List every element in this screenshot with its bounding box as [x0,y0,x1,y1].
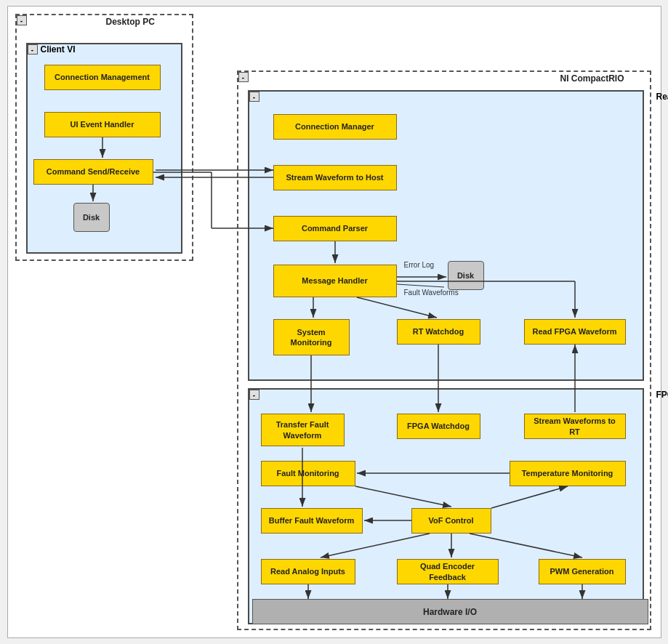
diagram-container: Desktop PC NI CompactRIO - Client VI - R… [7,6,661,638]
client-vi-titlebar: - Client VI [28,44,76,55]
read-fpga-waveform-block: Read FPGA Waveform [524,319,626,345]
stream-waveform-to-host-block: Stream Waveform to Host [273,165,397,190]
stream-waveforms-to-rt-block: Stream Waveforms to RT [524,414,626,439]
disk2-icon: Disk [448,261,484,290]
fault-waveforms-label: Fault Waveforms [404,289,459,297]
read-analog-inputs-block: Read Analog Inputs [261,559,355,584]
command-parser-block: Command Parser [273,216,397,241]
realtime-vi-label: Real-Time VI [656,92,669,102]
error-log-label: Error Log [404,261,435,269]
pwm-generation-block: PWM Generation [539,559,626,584]
realtime-vi-titlebar: - Real-Time VI [249,92,259,102]
rt-watchdog-block: RT Watchdog [397,319,480,345]
system-monitoring-block: System Monitoring [273,319,350,355]
connection-management-block: Connection Management [44,65,161,90]
temperature-monitoring-block: Temperature Monitoring [510,461,626,486]
disk1-icon: Disk [73,203,110,232]
transfer-fault-waveform-block: Transfer Fault Waveform [261,414,345,446]
buffer-fault-waveform-block: Buffer Fault Waveform [261,508,363,534]
quad-encoder-feedback-block: Quad Encoder Feedback [397,559,499,584]
client-vi-label: Client VI [41,44,76,55]
fpga-vi-titlebar: - FPGA VI [249,390,259,400]
ni-compactrio-label: NI CompactRIO [560,73,624,84]
hardware-io-block: Hardware I/O [252,599,648,624]
fpga-watchdog-block: FPGA Watchdog [397,414,480,439]
ni-minimize[interactable]: - [238,72,249,82]
disk2-container: Disk [448,261,484,290]
fault-monitoring-block: Fault Monitoring [261,461,355,486]
fpga-vi-minimize[interactable]: - [249,390,259,400]
connection-manager-block: Connection Manager [273,114,397,140]
fpga-vi-label: FPGA VI [656,390,669,400]
realtime-vi-minimize[interactable]: - [249,92,259,102]
vof-control-block: VoF Control [411,508,491,534]
desktop-pc-minimize[interactable]: - [17,15,27,25]
desktop-pc-label: Desktop PC [106,17,155,27]
ui-event-handler-block: UI Event Handler [44,112,161,137]
command-send-receive-block: Command Send/Receive [33,159,153,185]
desktop-pc-titlebar: - [17,15,27,25]
ni-titlebar: - [238,72,249,82]
client-vi-minimize[interactable]: - [28,44,38,55]
message-handler-block: Message Handler [273,265,397,297]
